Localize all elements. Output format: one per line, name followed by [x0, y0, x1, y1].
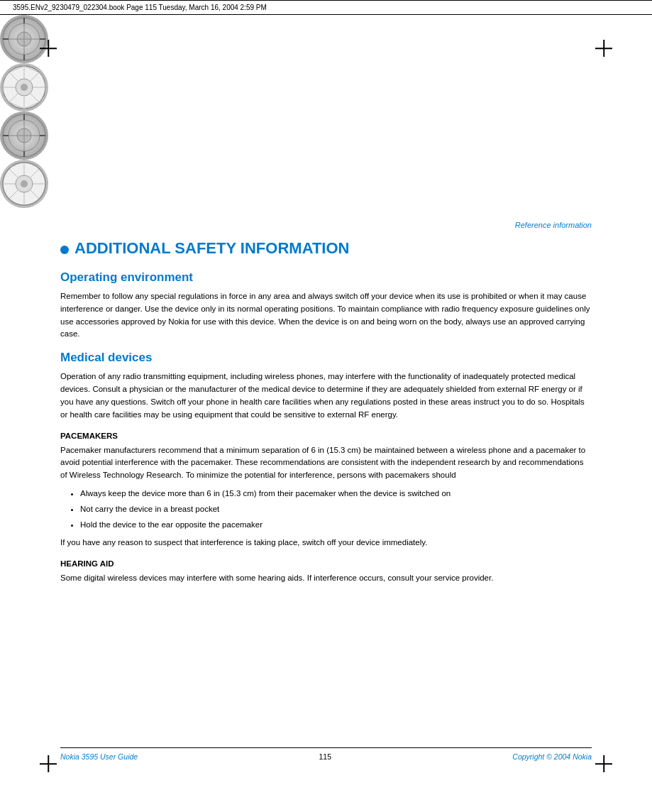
crosshair-inner-top-left: [40, 40, 57, 57]
subsection-operating-env-body: Remember to follow any special regulatio…: [60, 290, 592, 341]
content-area: Reference information ADDITIONAL SAFETY …: [60, 208, 592, 585]
deco-circle-bottom-right: [0, 160, 48, 208]
section-title: ADDITIONAL SAFETY INFORMATION: [60, 239, 592, 258]
svg-point-41: [21, 180, 28, 187]
subsection-hearing-aid-body: Some digital wireless devices may interf…: [60, 572, 592, 585]
reference-info-label: Reference information: [60, 221, 592, 229]
subsection-pacemakers-body-after: If you have any reason to suspect that i…: [60, 537, 592, 549]
top-bar: 3595.ENv2_9230479_022304.book Page 115 T…: [0, 0, 652, 15]
topbar-text: 3595.ENv2_9230479_022304.book Page 115 T…: [13, 4, 267, 11]
deco-circle-bottom-left: [0, 111, 48, 160]
section-bullet: [60, 246, 69, 254]
page: 3595.ENv2_9230479_022304.book Page 115 T…: [0, 0, 652, 812]
subsection-medical-devices-heading: Medical devices: [60, 351, 592, 365]
pacemakers-bullet-2: Not carry the device in a breast pocket: [80, 503, 592, 516]
crosshair-inner-top-right: [595, 40, 612, 57]
svg-point-25: [21, 84, 28, 91]
crosshair-inner-bottom-right: [595, 755, 612, 772]
pacemakers-bullet-list: Always keep the device more than 6 in (1…: [80, 488, 592, 531]
footer-center: 115: [319, 752, 331, 761]
crosshair-inner-bottom-left: [40, 755, 57, 772]
subsection-pacemakers-body-before: Pacemaker manufacturers recommend that a…: [60, 444, 592, 482]
subsection-operating-env-heading: Operating environment: [60, 270, 592, 285]
subsection-hearing-aid-heading: HEARING AID: [60, 559, 592, 568]
section-title-text: ADDITIONAL SAFETY INFORMATION: [74, 239, 349, 258]
footer: Nokia 3595 User Guide 115 Copyright © 20…: [60, 747, 592, 761]
subsection-medical-devices-body: Operation of any radio transmitting equi…: [60, 371, 592, 421]
pacemakers-bullet-1: Always keep the device more than 6 in (1…: [80, 488, 592, 500]
pacemakers-bullet-3: Hold the device to the ear opposite the …: [80, 519, 592, 532]
footer-right: Copyright © 2004 Nokia: [512, 752, 592, 761]
footer-left: Nokia 3595 User Guide: [60, 752, 138, 761]
subsection-pacemakers-heading: PACEMAKERS: [60, 432, 592, 440]
deco-circle-top-right: [0, 63, 48, 111]
